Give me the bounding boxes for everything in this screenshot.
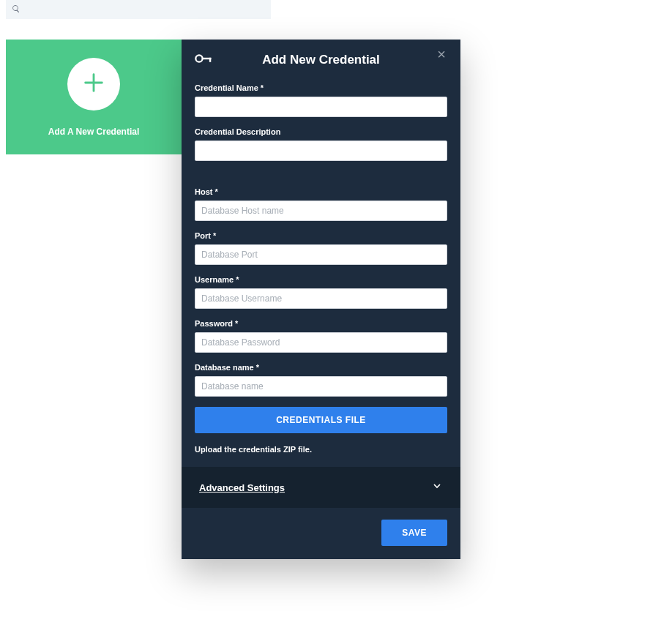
credentials-file-button[interactable]: CREDENTIALS FILE	[195, 407, 447, 433]
advanced-settings-toggle[interactable]: Advanced Settings	[182, 467, 460, 508]
input-username[interactable]	[195, 288, 447, 309]
field-credential-description: Credential Description	[195, 127, 447, 161]
input-credential-description[interactable]	[195, 141, 447, 161]
plus-circle	[67, 58, 120, 111]
modal-title: Add New Credential	[262, 53, 380, 67]
label-port: Port *	[195, 231, 447, 240]
svg-point-2	[195, 55, 202, 61]
search-bar[interactable]	[6, 0, 271, 19]
modal-header: Add New Credential ×	[182, 40, 460, 72]
plus-icon	[81, 70, 106, 98]
field-port: Port *	[195, 231, 447, 265]
input-password[interactable]	[195, 332, 447, 353]
save-button[interactable]: SAVE	[381, 520, 447, 546]
label-host: Host *	[195, 187, 447, 196]
add-new-credential-card[interactable]: Add A New Credential	[6, 40, 182, 154]
key-icon	[195, 53, 212, 67]
close-button[interactable]: ×	[434, 47, 449, 61]
advanced-settings-label: Advanced Settings	[199, 482, 285, 493]
modal-body: Credential Name * Credential Description…	[182, 72, 460, 467]
field-credential-name: Credential Name *	[195, 83, 447, 117]
add-credential-modal: Add New Credential × Credential Name * C…	[182, 40, 460, 559]
modal-footer: SAVE	[182, 508, 460, 559]
field-database-name: Database name *	[195, 363, 447, 397]
input-host[interactable]	[195, 201, 447, 221]
field-host: Host *	[195, 187, 447, 221]
upload-hint: Upload the credentials ZIP file.	[195, 445, 447, 454]
input-database-name[interactable]	[195, 376, 447, 397]
search-icon	[12, 3, 20, 16]
add-card-label: Add A New Credential	[48, 127, 139, 137]
input-credential-name[interactable]	[195, 97, 447, 117]
label-password: Password *	[195, 319, 447, 328]
label-credential-description: Credential Description	[195, 127, 447, 136]
svg-rect-4	[209, 58, 211, 62]
label-credential-name: Credential Name *	[195, 83, 447, 92]
label-database-name: Database name *	[195, 363, 447, 372]
chevron-down-icon	[431, 480, 443, 495]
label-username: Username *	[195, 275, 447, 284]
field-password: Password *	[195, 319, 447, 353]
field-username: Username *	[195, 275, 447, 309]
input-port[interactable]	[195, 244, 447, 265]
